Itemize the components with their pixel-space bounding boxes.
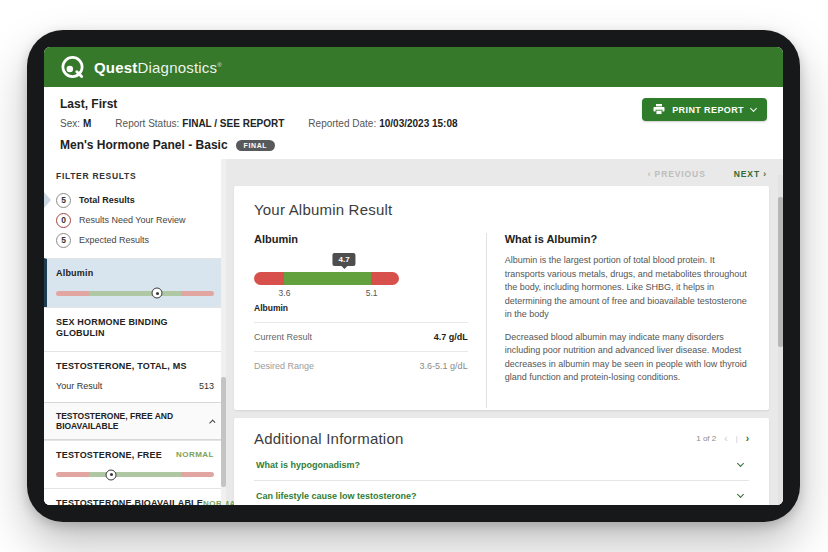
accordion-question-label: Can lifestyle cause low testosterone? [256,491,417,501]
sidebar-item-shbg[interactable]: SEX HORMONE BINDING GLOBULIN [44,307,226,351]
print-report-label: PRINT REPORT [672,105,744,115]
about-paragraph-1: Albumin is the largest portion of total … [505,254,749,322]
your-result-label: Your Result [56,381,102,391]
your-result-value: 513 [199,381,214,391]
additional-info-title: Additional Information [254,430,404,447]
gauge-value-badge: 4.7 [333,253,356,266]
reported-date: Reported Date:10/03/2023 15:08 [308,118,457,129]
albumin-result-gauge: 4.7 [254,272,399,285]
sidebar-item-label: TESTOSTERONE,BIOAVAILABLE [56,498,203,505]
patient-sex: Sex:M [60,118,91,129]
additional-info-pagination: 1 of 2 ‹ | › [696,433,749,444]
next-button[interactable]: NEXT › [734,169,767,179]
results-sidebar: FILTER RESULTS 5 Total Results 0 Results… [44,159,226,505]
quest-logo-icon [60,55,85,80]
sidebar-item-label: TESTOSTERONE, FREE [56,450,162,462]
patient-bar: Last, First Sex:M Report Status:FINAL / … [44,87,783,159]
final-status-badge: FINAL [236,140,276,151]
previous-button[interactable]: ‹ PREVIOUS [648,169,706,179]
report-status: Report Status:FINAL / SEE REPORT [115,118,284,129]
albumin-result-card: Your Albumin Result Albumin 4.7 3.6 5.1 [234,186,769,410]
current-result-label: Current Result [254,332,312,342]
count-badge: 0 [56,213,71,228]
brand-trademark: ® [217,62,222,68]
chevron-down-icon [737,460,744,467]
filter-label: Results Need Your Review [79,215,186,225]
count-badge: 5 [56,193,71,208]
active-filter-arrow-icon [44,192,51,208]
main-scrollbar-thumb[interactable] [778,197,783,347]
pagination-divider: | [736,434,738,443]
main-panel: ‹ PREVIOUSNEXT › Your Albumin Result Alb… [226,159,783,505]
filter-total-results[interactable]: 5 Total Results [56,190,214,210]
slider-marker-icon [152,288,163,299]
test-name: Albumin [254,233,468,245]
filter-results-section: FILTER RESULTS 5 Total Results 0 Results… [44,159,226,258]
about-column: What is Albumin? Albumin is the largest … [487,233,749,408]
chevron-down-icon [737,491,744,498]
sidebar-item-testosterone-total[interactable]: TESTOSTERONE, TOTAL, MS Your Result 513 [44,351,226,402]
pagination-previous-button[interactable]: ‹ [724,433,727,444]
desired-range-label: Desired Range [254,361,314,371]
gauge-labels: 3.6 5.1 [254,288,399,301]
current-result-row: Current Result 4.7 g/dL [254,322,468,351]
brand-wordmark: QuestDiagnostics® [94,59,222,76]
brand-light: Diagnostics [138,59,218,76]
page-indicator: 1 of 2 [696,434,716,443]
slider-marker-icon [106,469,117,480]
albumin-range-slider [56,291,214,296]
result-detail-column: Albumin 4.7 3.6 5.1 Albumin Current Resu… [254,233,487,408]
result-pager: ‹ PREVIOUSNEXT › [234,164,769,186]
sidebar-item-label: Albumin [56,268,214,280]
desired-range-value: 3.6-5.1 g/dL [420,361,468,371]
filter-label: Expected Results [79,235,149,245]
accordion-what-is-hypogonadism[interactable]: What is hypogonadism? [254,450,749,481]
pagination-next-button[interactable]: › [746,433,749,444]
accordion-lifestyle-low-testosterone[interactable]: Can lifestyle cause low testosterone? [254,481,749,506]
testosterone-free-range-slider [56,472,214,477]
panel-title-row: Men's Hormone Panel - Basic FINAL [60,138,767,152]
sidebar-item-label: TESTOSTERONE, TOTAL, MS [56,361,214,373]
filter-results-title: FILTER RESULTS [56,171,214,181]
app-header: QuestDiagnostics® [44,47,783,87]
filter-expected-results[interactable]: 5 Expected Results [56,230,214,250]
sidebar-item-testosterone-free[interactable]: TESTOSTERONE, FREE NORMAL [44,440,226,489]
gauge-low-label: 3.6 [279,288,291,298]
tablet-frame: QuestDiagnostics® Last, First Sex:M Repo… [27,30,800,522]
about-title: What is Albumin? [505,233,749,245]
additional-information-card: Additional Information 1 of 2 ‹ | › What… [234,418,769,506]
print-report-button[interactable]: PRINT REPORT [642,98,767,121]
filter-need-review[interactable]: 0 Results Need Your Review [56,210,214,230]
sidebar-group-testosterone-free-bio[interactable]: TESTOSTERONE, FREE AND BIOAVAILABLE [44,402,226,440]
panel-title: Men's Hormone Panel - Basic [60,138,228,152]
main-scrollbar-track[interactable] [778,175,783,505]
about-paragraph-2: Decreased blood albumin may indicate man… [505,331,749,385]
sidebar-group-label: TESTOSTERONE, FREE AND BIOAVAILABLE [56,411,210,431]
chevron-down-icon [750,105,757,112]
current-result-value: 4.7 g/dL [434,332,468,342]
app-screen: QuestDiagnostics® Last, First Sex:M Repo… [44,47,783,505]
printer-icon [653,104,665,115]
brand-bold: Quest [94,59,138,76]
gauge-high-label: 5.1 [366,288,378,298]
content-area: FILTER RESULTS 5 Total Results 0 Results… [44,159,783,505]
count-badge: 5 [56,233,71,248]
status-badge: NORMAL [176,450,214,460]
sidebar-item-albumin[interactable]: Albumin [44,258,226,307]
sidebar-item-testosterone-bioavailable[interactable]: TESTOSTERONE,BIOAVAILABLE NORMAL [44,488,226,505]
filter-label: Total Results [79,195,135,205]
sidebar-item-label: SEX HORMONE BINDING GLOBULIN [56,317,214,340]
gauge-sub-label: Albumin [254,303,468,313]
result-card-title: Your Albumin Result [254,201,749,218]
your-result-row: Your Result 513 [56,381,214,391]
desired-range-row: Desired Range 3.6-5.1 g/dL [254,351,468,380]
accordion-question-label: What is hypogonadism? [256,460,360,470]
